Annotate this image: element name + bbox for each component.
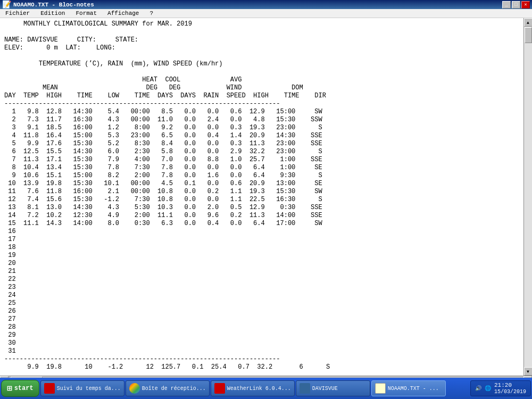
windows-logo-icon: ⊞ (7, 383, 12, 394)
taskbar: ⊞ start Suivi du temps da... Boîte de ré… (0, 378, 532, 399)
title-bar-buttons: _ □ ✕ (502, 1, 530, 9)
tray-icons: 🔊 🌐 (475, 385, 491, 392)
taskbar-icon-1 (129, 383, 140, 394)
start-button[interactable]: ⊞ start (1, 380, 39, 397)
taskbar-icon-4 (375, 383, 386, 394)
taskbar-icon-2 (214, 383, 225, 394)
editor-container: MONTHLY CLIMATOLOGICAL SUMMARY for MAR. … (0, 18, 532, 376)
taskbar-app-4[interactable]: NOAAMO.TXT - ... (371, 380, 446, 396)
scroll-thumb[interactable] (525, 27, 532, 43)
menu-affichage[interactable]: Affichage (104, 9, 142, 18)
system-time: 21:20 15/03/2019 (494, 382, 526, 395)
taskbar-app-0[interactable]: Suivi du temps da... (40, 380, 124, 396)
maximize-button[interactable]: □ (512, 1, 520, 9)
main-area: 📝 NOAAMO.TXT - Bloc-notes _ □ ✕ Fichier … (0, 0, 532, 378)
taskbar-icon-3 (300, 383, 310, 394)
taskbar-label-0: Suivi du temps da... (57, 386, 121, 392)
taskbar-app-1[interactable]: Boîte de réceptio... (126, 380, 210, 396)
scroll-down-button[interactable]: ▼ (524, 367, 533, 376)
minimize-button[interactable]: _ (502, 1, 511, 9)
taskbar-label-2: WeatherLink 6.0.4... (227, 386, 291, 392)
window-title: NOAAMO.TXT - Bloc-notes (13, 2, 94, 8)
scroll-up-button[interactable]: ▲ (524, 18, 533, 27)
title-bar: 📝 NOAAMO.TXT - Bloc-notes _ □ ✕ (0, 0, 532, 9)
taskbar-label-4: NOAAMO.TXT - ... (388, 386, 439, 392)
menu-edition[interactable]: Edition (37, 9, 68, 18)
scroll-track[interactable] (524, 27, 532, 367)
menu-help[interactable]: ? (146, 9, 156, 18)
editor-content[interactable]: MONTHLY CLIMATOLOGICAL SUMMARY for MAR. … (0, 18, 523, 376)
menu-bar: Fichier Edition Format Affichage ? (0, 9, 532, 18)
vertical-scrollbar[interactable]: ▲ ▼ (523, 18, 532, 376)
start-label: start (14, 385, 34, 392)
taskbar-app-3[interactable]: DAVISVUE (296, 380, 370, 396)
menu-format[interactable]: Format (72, 9, 100, 18)
taskbar-label-1: Boîte de réceptio... (142, 386, 206, 392)
system-tray: 🔊 🌐 21:20 15/03/2019 (470, 380, 531, 396)
close-button[interactable]: ✕ (521, 1, 530, 9)
taskbar-icon-0 (44, 383, 55, 394)
menu-fichier[interactable]: Fichier (2, 9, 33, 18)
taskbar-app-2[interactable]: WeatherLink 6.0.4... (211, 380, 295, 396)
taskbar-label-3: DAVISVUE (312, 386, 338, 392)
